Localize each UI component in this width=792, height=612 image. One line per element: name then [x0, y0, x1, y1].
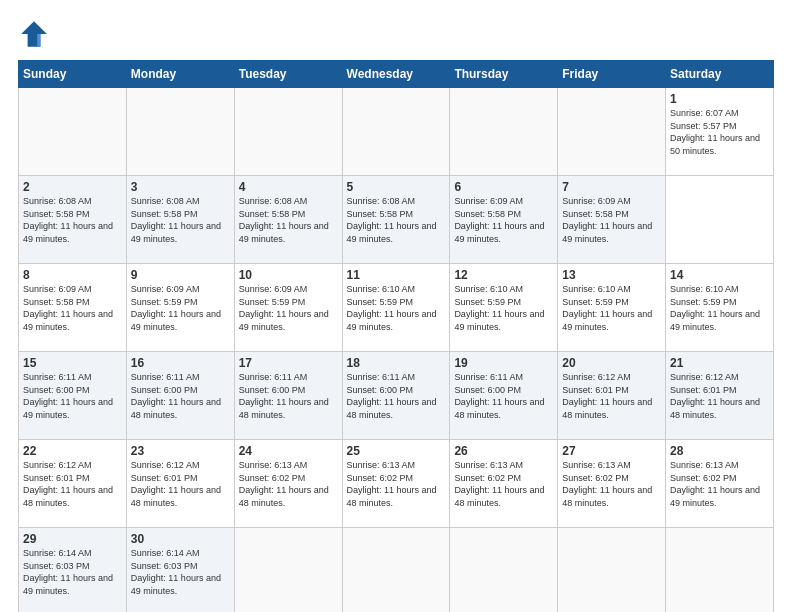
calendar-day-cell: 16 Sunrise: 6:11 AMSunset: 6:00 PMDaylig… — [126, 352, 234, 440]
calendar-day-cell: 26 Sunrise: 6:13 AMSunset: 6:02 PMDaylig… — [450, 440, 558, 528]
day-number: 27 — [562, 444, 661, 458]
day-info: Sunrise: 6:08 AMSunset: 5:58 PMDaylight:… — [347, 196, 437, 244]
day-info: Sunrise: 6:11 AMSunset: 6:00 PMDaylight:… — [131, 372, 221, 420]
empty-cell — [558, 528, 666, 613]
calendar-day-cell: 1 Sunrise: 6:07 AMSunset: 5:57 PMDayligh… — [666, 88, 774, 176]
calendar-day-cell: 22 Sunrise: 6:12 AMSunset: 6:01 PMDaylig… — [19, 440, 127, 528]
day-info: Sunrise: 6:08 AMSunset: 5:58 PMDaylight:… — [131, 196, 221, 244]
day-info: Sunrise: 6:08 AMSunset: 5:58 PMDaylight:… — [239, 196, 329, 244]
day-info: Sunrise: 6:09 AMSunset: 5:58 PMDaylight:… — [23, 284, 113, 332]
calendar-day-cell: 2 Sunrise: 6:08 AMSunset: 5:58 PMDayligh… — [19, 176, 127, 264]
day-number: 4 — [239, 180, 338, 194]
calendar-day-cell: 4 Sunrise: 6:08 AMSunset: 5:58 PMDayligh… — [234, 176, 342, 264]
day-header-sunday: Sunday — [19, 61, 127, 88]
day-number: 30 — [131, 532, 230, 546]
calendar-day-cell: 7 Sunrise: 6:09 AMSunset: 5:58 PMDayligh… — [558, 176, 666, 264]
day-info: Sunrise: 6:14 AMSunset: 6:03 PMDaylight:… — [131, 548, 221, 596]
calendar-day-cell: 3 Sunrise: 6:08 AMSunset: 5:58 PMDayligh… — [126, 176, 234, 264]
day-info: Sunrise: 6:11 AMSunset: 6:00 PMDaylight:… — [239, 372, 329, 420]
day-number: 18 — [347, 356, 446, 370]
day-number: 13 — [562, 268, 661, 282]
day-number: 9 — [131, 268, 230, 282]
empty-cell — [19, 88, 127, 176]
day-number: 11 — [347, 268, 446, 282]
day-info: Sunrise: 6:10 AMSunset: 5:59 PMDaylight:… — [562, 284, 652, 332]
day-number: 21 — [670, 356, 769, 370]
day-number: 20 — [562, 356, 661, 370]
day-number: 23 — [131, 444, 230, 458]
calendar-week-row: 15 Sunrise: 6:11 AMSunset: 6:00 PMDaylig… — [19, 352, 774, 440]
calendar-table: SundayMondayTuesdayWednesdayThursdayFrid… — [18, 60, 774, 612]
empty-cell — [234, 88, 342, 176]
calendar-day-cell: 15 Sunrise: 6:11 AMSunset: 6:00 PMDaylig… — [19, 352, 127, 440]
calendar-day-cell: 14 Sunrise: 6:10 AMSunset: 5:59 PMDaylig… — [666, 264, 774, 352]
calendar-week-row: 29 Sunrise: 6:14 AMSunset: 6:03 PMDaylig… — [19, 528, 774, 613]
calendar-day-cell: 8 Sunrise: 6:09 AMSunset: 5:58 PMDayligh… — [19, 264, 127, 352]
calendar-day-cell: 25 Sunrise: 6:13 AMSunset: 6:02 PMDaylig… — [342, 440, 450, 528]
day-number: 26 — [454, 444, 553, 458]
day-info: Sunrise: 6:12 AMSunset: 6:01 PMDaylight:… — [131, 460, 221, 508]
day-info: Sunrise: 6:12 AMSunset: 6:01 PMDaylight:… — [670, 372, 760, 420]
day-info: Sunrise: 6:10 AMSunset: 5:59 PMDaylight:… — [347, 284, 437, 332]
day-number: 8 — [23, 268, 122, 282]
day-info: Sunrise: 6:12 AMSunset: 6:01 PMDaylight:… — [23, 460, 113, 508]
day-info: Sunrise: 6:12 AMSunset: 6:01 PMDaylight:… — [562, 372, 652, 420]
empty-cell — [450, 88, 558, 176]
day-number: 24 — [239, 444, 338, 458]
day-info: Sunrise: 6:08 AMSunset: 5:58 PMDaylight:… — [23, 196, 113, 244]
day-number: 15 — [23, 356, 122, 370]
empty-cell — [342, 528, 450, 613]
day-number: 22 — [23, 444, 122, 458]
day-info: Sunrise: 6:09 AMSunset: 5:59 PMDaylight:… — [239, 284, 329, 332]
calendar-week-row: 1 Sunrise: 6:07 AMSunset: 5:57 PMDayligh… — [19, 88, 774, 176]
day-info: Sunrise: 6:10 AMSunset: 5:59 PMDaylight:… — [454, 284, 544, 332]
day-info: Sunrise: 6:11 AMSunset: 6:00 PMDaylight:… — [347, 372, 437, 420]
empty-cell — [450, 528, 558, 613]
calendar-week-row: 22 Sunrise: 6:12 AMSunset: 6:01 PMDaylig… — [19, 440, 774, 528]
day-number: 14 — [670, 268, 769, 282]
day-info: Sunrise: 6:13 AMSunset: 6:02 PMDaylight:… — [670, 460, 760, 508]
calendar-day-cell: 21 Sunrise: 6:12 AMSunset: 6:01 PMDaylig… — [666, 352, 774, 440]
logo — [18, 18, 54, 50]
day-info: Sunrise: 6:13 AMSunset: 6:02 PMDaylight:… — [347, 460, 437, 508]
day-number: 10 — [239, 268, 338, 282]
calendar-week-row: 8 Sunrise: 6:09 AMSunset: 5:58 PMDayligh… — [19, 264, 774, 352]
calendar-day-cell: 5 Sunrise: 6:08 AMSunset: 5:58 PMDayligh… — [342, 176, 450, 264]
day-info: Sunrise: 6:09 AMSunset: 5:58 PMDaylight:… — [454, 196, 544, 244]
logo-icon — [18, 18, 50, 50]
day-number: 17 — [239, 356, 338, 370]
svg-marker-0 — [21, 21, 47, 47]
day-info: Sunrise: 6:14 AMSunset: 6:03 PMDaylight:… — [23, 548, 113, 596]
day-number: 29 — [23, 532, 122, 546]
empty-cell — [126, 88, 234, 176]
day-header-monday: Monday — [126, 61, 234, 88]
day-number: 6 — [454, 180, 553, 194]
day-number: 1 — [670, 92, 769, 106]
day-info: Sunrise: 6:13 AMSunset: 6:02 PMDaylight:… — [454, 460, 544, 508]
day-number: 16 — [131, 356, 230, 370]
calendar-day-cell: 17 Sunrise: 6:11 AMSunset: 6:00 PMDaylig… — [234, 352, 342, 440]
day-number: 7 — [562, 180, 661, 194]
day-number: 19 — [454, 356, 553, 370]
calendar-header-row: SundayMondayTuesdayWednesdayThursdayFrid… — [19, 61, 774, 88]
day-number: 12 — [454, 268, 553, 282]
calendar-day-cell: 9 Sunrise: 6:09 AMSunset: 5:59 PMDayligh… — [126, 264, 234, 352]
day-number: 5 — [347, 180, 446, 194]
day-info: Sunrise: 6:13 AMSunset: 6:02 PMDaylight:… — [239, 460, 329, 508]
calendar-week-row: 2 Sunrise: 6:08 AMSunset: 5:58 PMDayligh… — [19, 176, 774, 264]
calendar-day-cell: 10 Sunrise: 6:09 AMSunset: 5:59 PMDaylig… — [234, 264, 342, 352]
calendar-day-cell: 30 Sunrise: 6:14 AMSunset: 6:03 PMDaylig… — [126, 528, 234, 613]
calendar-day-cell: 28 Sunrise: 6:13 AMSunset: 6:02 PMDaylig… — [666, 440, 774, 528]
day-header-tuesday: Tuesday — [234, 61, 342, 88]
day-number: 28 — [670, 444, 769, 458]
empty-cell — [558, 88, 666, 176]
calendar-day-cell: 24 Sunrise: 6:13 AMSunset: 6:02 PMDaylig… — [234, 440, 342, 528]
calendar-day-cell: 23 Sunrise: 6:12 AMSunset: 6:01 PMDaylig… — [126, 440, 234, 528]
calendar-day-cell: 27 Sunrise: 6:13 AMSunset: 6:02 PMDaylig… — [558, 440, 666, 528]
day-number: 2 — [23, 180, 122, 194]
day-info: Sunrise: 6:09 AMSunset: 5:58 PMDaylight:… — [562, 196, 652, 244]
calendar-day-cell: 12 Sunrise: 6:10 AMSunset: 5:59 PMDaylig… — [450, 264, 558, 352]
calendar-day-cell: 20 Sunrise: 6:12 AMSunset: 6:01 PMDaylig… — [558, 352, 666, 440]
calendar-day-cell: 18 Sunrise: 6:11 AMSunset: 6:00 PMDaylig… — [342, 352, 450, 440]
calendar-day-cell: 29 Sunrise: 6:14 AMSunset: 6:03 PMDaylig… — [19, 528, 127, 613]
